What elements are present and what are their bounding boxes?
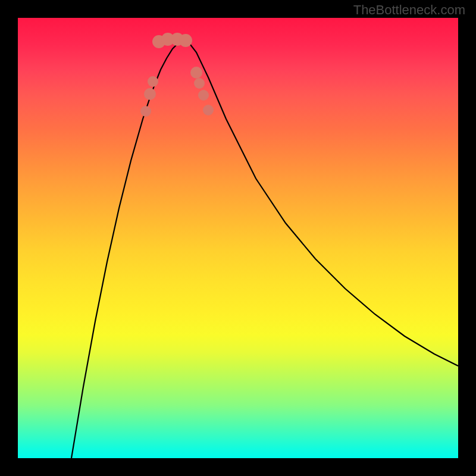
bottleneck-curve	[71, 42, 458, 458]
data-marker	[203, 105, 214, 115]
data-marker	[148, 76, 158, 87]
curve-overlay	[18, 18, 458, 458]
data-marker	[190, 67, 202, 79]
data-marker	[144, 88, 156, 100]
watermark-text: TheBottleneck.com	[353, 2, 465, 18]
data-marker	[198, 90, 209, 101]
data-marker	[194, 78, 205, 89]
plot-area	[18, 18, 458, 458]
chart-container: TheBottleneck.com	[0, 0, 476, 476]
data-marker	[179, 34, 192, 47]
data-marker	[140, 106, 151, 117]
